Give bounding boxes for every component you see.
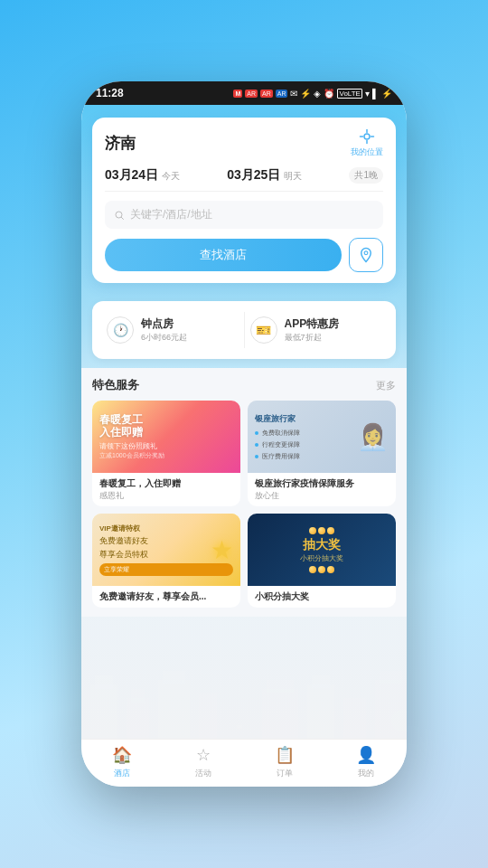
quick-services: 🕐 钟点房 6小时66元起 🎫 APP特惠房 最低7折起: [92, 301, 396, 359]
alarm-icon: ⏰: [324, 89, 334, 99]
ball-3: [327, 527, 334, 534]
nav-item-profile[interactable]: 👤 我的: [325, 745, 407, 779]
svg-rect-4: [158, 680, 190, 739]
svg-point-14: [227, 703, 252, 729]
dot-3: [255, 455, 258, 458]
hotel-nav-icon: 🏠: [112, 745, 132, 765]
insurance-card-image: 银座旅行家 免费取消保障 行程变更保障: [248, 401, 396, 473]
bluetooth-icon: ⚡: [300, 89, 311, 99]
service-text-1: 免费取消保障: [262, 429, 300, 438]
location-row: 济南 我的位置: [105, 128, 383, 158]
profile-nav-icon: 👤: [356, 745, 376, 765]
quick-text-hourly: 钟点房 6小时66元起: [141, 316, 187, 344]
svg-line-23: [121, 217, 123, 219]
spring-image-title: 春暖复工入住即赠: [99, 413, 233, 439]
checkout-date-label: 明天: [284, 170, 302, 183]
svg-rect-7: [262, 689, 298, 739]
service-text-2: 行程变更保障: [262, 440, 300, 449]
section-more[interactable]: 更多: [376, 379, 396, 392]
spring-card-info: 春暖复工，入住即赠 感恩礼: [92, 473, 240, 506]
checkout-date-value: 03月25日: [227, 167, 280, 184]
my-location-label: 我的位置: [351, 146, 383, 158]
prize-card-info: 小积分抽大奖: [248, 586, 396, 608]
prize-card-image: 抽大奖 小积分抽大奖: [248, 514, 396, 586]
hourly-sub: 6小时66元起: [141, 332, 187, 344]
svg-point-24: [364, 251, 368, 255]
special-section: 特色服务 更多 春暖复工入住即赠 请领下这份照顾礼 立减1000会员积分奖励 春…: [81, 368, 407, 617]
mail-icon: ✉: [290, 89, 297, 99]
nav-item-hotel[interactable]: 🏠 酒店: [81, 745, 163, 779]
app-sub: 最低7折起: [285, 332, 340, 344]
svg-rect-0: [90, 684, 117, 739]
vip-card-info: 免费邀请好友，尊享会员...: [92, 586, 240, 608]
status-time: 11:28: [96, 87, 124, 99]
nav-item-activities[interactable]: ☆ 活动: [163, 745, 244, 779]
service-card-prize[interactable]: 抽大奖 小积分抽大奖 小积分抽大奖: [248, 514, 396, 608]
status-bar: 11:28 M AR AR AR ✉ ⚡ ◈ ⏰ VoLTE ▾ ▌ ⚡: [81, 81, 407, 105]
checkin-date-value: 03月24日: [105, 167, 158, 184]
quick-item-app[interactable]: 🎫 APP特惠房 最低7折起: [245, 312, 388, 348]
svg-rect-5: [163, 671, 185, 684]
search-hotel-button[interactable]: 查找酒店: [105, 239, 342, 271]
search-icon: [114, 210, 125, 221]
nights-badge: 共1晚: [349, 167, 383, 184]
wifi-icon: ▾: [365, 89, 370, 99]
spring-card-name: 春暖复工，入住即赠: [99, 477, 233, 490]
nav-item-orders[interactable]: 📋 订单: [244, 745, 325, 779]
volte-badge: VoLTE: [337, 89, 361, 99]
spring-card-image: 春暖复工入住即赠 请领下这份照顾礼 立减1000会员积分奖励: [92, 401, 240, 473]
app-icon-2: AR: [260, 90, 273, 98]
orders-nav-label: 订单: [277, 768, 293, 779]
service-text-3: 医疗费用保障: [262, 452, 300, 461]
svg-rect-1: [95, 675, 113, 689]
app-icon-1: AR: [245, 90, 258, 98]
svg-rect-11: [343, 698, 366, 739]
dot-2: [255, 443, 258, 447]
prize-sub-title: 小积分抽大奖: [300, 553, 343, 563]
service-card-spring[interactable]: 春暖复工入住即赠 请领下这份照顾礼 立减1000会员积分奖励 春暖复工，入住即赠…: [92, 401, 240, 506]
search-placeholder: 关键字/酒店/地址: [130, 207, 212, 222]
svg-rect-8: [267, 680, 294, 693]
invite-button[interactable]: 立享荣耀: [99, 563, 233, 576]
insurance-card-info: 银座旅行家疫情保障服务 放心住: [248, 473, 396, 506]
hourly-title: 钟点房: [141, 316, 187, 332]
section-title: 特色服务: [92, 377, 139, 393]
checkout-date[interactable]: 03月25日 明天: [227, 167, 302, 184]
service-card-vip[interactable]: VIP邀请特权 免费邀请好友 尊享会员特权 立享荣耀 ★ 免费邀请好友，尊享会员…: [92, 514, 240, 608]
status-icons: M AR AR AR ✉ ⚡ ◈ ⏰ VoLTE ▾ ▌ ⚡: [233, 89, 392, 99]
quick-item-hourly[interactable]: 🕐 钟点房 6小时66元起: [101, 312, 244, 348]
metro-icon: M: [233, 90, 242, 98]
phone-shell: 11:28 M AR AR AR ✉ ⚡ ◈ ⏰ VoLTE ▾ ▌ ⚡: [81, 81, 407, 787]
svg-rect-6: [199, 693, 217, 739]
vip-label: VIP邀请特权: [99, 524, 233, 533]
my-location-button[interactable]: 我的位置: [351, 128, 383, 158]
svg-rect-9: [307, 684, 334, 739]
svg-rect-15: [237, 725, 242, 739]
gold-balls-row: [308, 527, 335, 534]
prize-card-name: 小积分抽大奖: [255, 590, 389, 603]
spring-image-sub2: 立减1000会员积分奖励: [99, 451, 233, 460]
svg-rect-2: [127, 698, 149, 739]
location-target-icon: [359, 128, 375, 145]
svg-rect-10: [312, 675, 330, 688]
ball-5: [318, 566, 325, 573]
map-button[interactable]: [349, 238, 383, 272]
search-input-row[interactable]: 关键字/酒店/地址: [105, 201, 383, 229]
app-content: 济南 我的位置 03月24日: [81, 105, 407, 739]
ball-4: [309, 566, 316, 573]
ball-2: [318, 527, 325, 534]
vip-card-name: 免费邀请好友，尊享会员...: [99, 590, 233, 603]
ball-6: [327, 566, 334, 573]
checkin-date[interactable]: 03月24日 今天: [105, 167, 180, 184]
profile-nav-label: 我的: [358, 768, 374, 779]
quick-text-app: APP特惠房 最低7折起: [285, 316, 340, 344]
service-card-insurance[interactable]: 银座旅行家 免费取消保障 行程变更保障: [248, 401, 396, 506]
insurance-card-desc: 放心住: [255, 490, 389, 502]
app-title: APP特惠房: [285, 316, 340, 332]
prize-main-title: 抽大奖: [303, 537, 341, 553]
dot-1: [255, 431, 258, 435]
section-header: 特色服务 更多: [92, 377, 396, 393]
ticket-icon: 🎫: [250, 316, 277, 344]
services-grid: 春暖复工入住即赠 请领下这份照顾礼 立减1000会员积分奖励 春暖复工，入住即赠…: [92, 401, 396, 608]
signal-icon: ▌: [372, 89, 379, 99]
